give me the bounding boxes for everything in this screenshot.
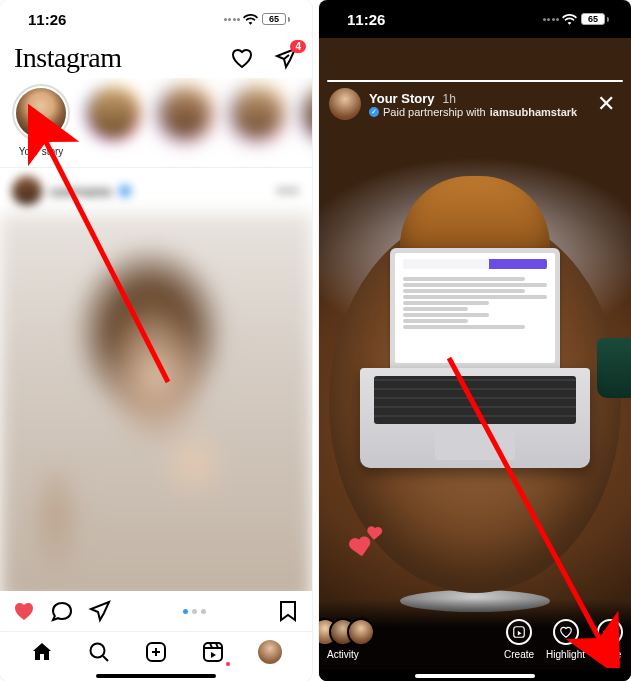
- create-icon: [506, 619, 532, 645]
- status-icons: [224, 13, 259, 25]
- battery-icon: 65: [581, 13, 609, 25]
- activity-button[interactable]: Activity: [327, 619, 359, 660]
- story-reactions-preview: [349, 530, 385, 558]
- story-item[interactable]: [228, 84, 286, 157]
- instagram-logo[interactable]: Instagram: [14, 42, 121, 74]
- instagram-feed-screen: 11:26 65 Instagram 4 Your story: [0, 0, 312, 681]
- story-progress: [327, 80, 623, 82]
- carousel-pager: [126, 609, 262, 614]
- post-more-icon[interactable]: •••: [277, 182, 300, 200]
- status-bar: 11:26 65: [0, 0, 312, 38]
- create-button[interactable]: Create: [504, 619, 534, 660]
- wifi-icon: [562, 13, 577, 25]
- svg-point-0: [91, 644, 105, 658]
- status-right: 65: [543, 13, 610, 25]
- partner-name[interactable]: iamsubhamstark: [490, 106, 577, 118]
- story-label: Your story: [19, 146, 64, 157]
- status-right: 65: [224, 13, 291, 25]
- battery-icon: 65: [262, 13, 290, 25]
- story-item[interactable]: [300, 84, 312, 157]
- new-post-icon[interactable]: [144, 640, 168, 664]
- home-indicator: [0, 670, 312, 681]
- verified-badge-icon: [369, 107, 379, 117]
- story-header: Your Story 1h Paid partnership with iams…: [329, 88, 621, 120]
- svg-point-13: [613, 630, 616, 633]
- cellular-icon: [224, 18, 241, 21]
- notifications-icon[interactable]: [230, 46, 254, 70]
- header-actions: 4: [230, 46, 298, 70]
- cellular-icon: [543, 18, 560, 21]
- profile-tab-avatar[interactable]: [258, 640, 282, 664]
- home-indicator: [319, 670, 631, 681]
- messages-badge: 4: [290, 40, 306, 53]
- story-viewer-screen: 11:26 65: [319, 0, 631, 681]
- story-author-avatar[interactable]: [329, 88, 361, 120]
- status-bar: 11:26 65: [319, 0, 631, 38]
- svg-rect-5: [204, 643, 222, 661]
- svg-line-1: [103, 656, 108, 661]
- heart-icon: [347, 536, 372, 560]
- story-title: Your Story: [369, 91, 435, 106]
- bottom-nav: [0, 631, 312, 670]
- post-avatar: [12, 176, 42, 206]
- svg-point-11: [603, 630, 606, 633]
- post-image[interactable]: [0, 214, 312, 591]
- bookmark-icon[interactable]: [276, 599, 300, 623]
- story-media: [319, 38, 631, 670]
- post-action-bar: [0, 591, 312, 631]
- home-icon[interactable]: [30, 640, 54, 664]
- comment-icon[interactable]: [50, 599, 74, 623]
- verified-badge-icon: [119, 185, 131, 197]
- story-timestamp: 1h: [443, 92, 456, 106]
- stories-tray[interactable]: Your story: [0, 78, 312, 168]
- wifi-icon: [243, 13, 258, 25]
- post-header[interactable]: username •••: [0, 168, 312, 214]
- highlight-icon: [553, 619, 579, 645]
- story-your-story[interactable]: Your story: [12, 84, 70, 157]
- app-header: Instagram 4: [0, 38, 312, 78]
- story-item[interactable]: [156, 84, 214, 157]
- messages-button[interactable]: 4: [274, 46, 298, 70]
- story-viewport[interactable]: Your Story 1h Paid partnership with iams…: [319, 38, 631, 670]
- highlight-button[interactable]: Highlight: [546, 619, 585, 660]
- share-icon[interactable]: [88, 599, 112, 623]
- clock-time: 11:26: [28, 11, 66, 28]
- like-icon[interactable]: [12, 599, 36, 623]
- reels-notification-dot: [226, 662, 230, 666]
- story-subtitle: Paid partnership with iamsubhamstark: [369, 106, 577, 118]
- viewers-stack-icon: [319, 618, 375, 646]
- search-icon[interactable]: [87, 640, 111, 664]
- feed-content[interactable]: username •••: [0, 168, 312, 591]
- story-title-block: Your Story 1h Paid partnership with iams…: [369, 91, 577, 118]
- more-button[interactable]: More: [597, 619, 623, 660]
- close-icon[interactable]: ✕: [591, 89, 621, 119]
- more-icon: [597, 619, 623, 645]
- svg-point-12: [608, 630, 611, 633]
- story-item[interactable]: [84, 84, 142, 157]
- story-bottom-bar: Activity Create Highlight More: [319, 599, 631, 670]
- post-username: username: [50, 184, 111, 199]
- clock-time: 11:26: [347, 11, 385, 28]
- reels-icon[interactable]: [201, 640, 225, 664]
